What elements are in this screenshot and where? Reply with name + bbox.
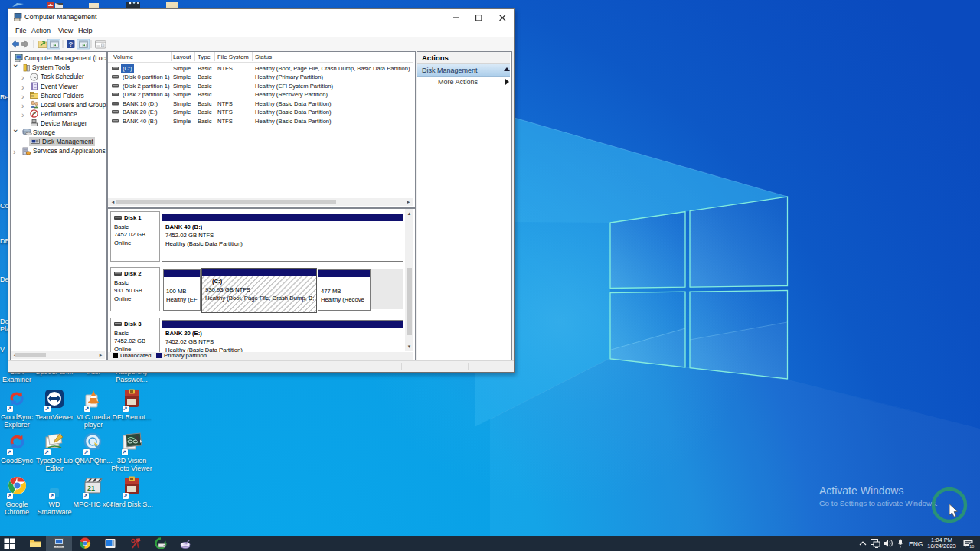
svg-text:10: 10	[969, 544, 974, 549]
svg-text:21: 21	[87, 484, 95, 492]
svg-text:?: ?	[68, 40, 73, 48]
svg-text:x: x	[31, 93, 34, 98]
